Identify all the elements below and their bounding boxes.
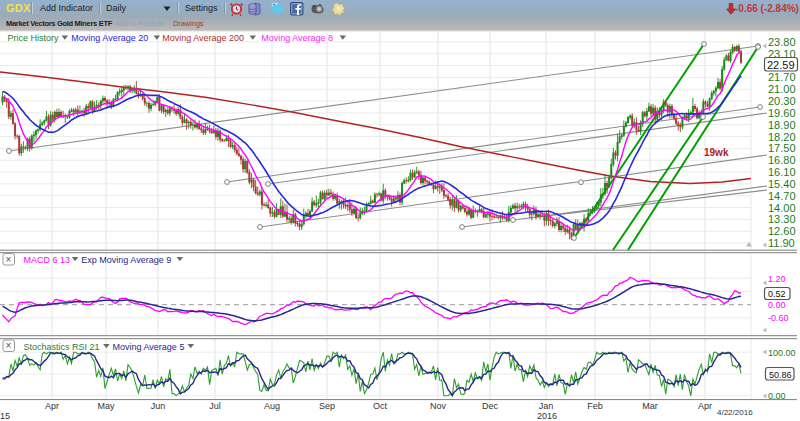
svg-text:0.00: 0.00 [768,391,786,401]
svg-text:×: × [6,254,12,265]
svg-text:Price History: Price History [8,33,60,43]
svg-text:Moving Average 200: Moving Average 200 [162,33,244,43]
svg-text:Apr: Apr [698,401,712,411]
svg-text:Dec: Dec [482,401,499,411]
svg-text:22.59: 22.59 [767,59,795,71]
svg-text:20.30: 20.30 [768,95,796,107]
svg-text:18.90: 18.90 [768,119,796,131]
svg-text:14.00: 14.00 [768,202,796,214]
svg-text:100.00: 100.00 [768,348,796,358]
svg-text:Exp Moving Average 9: Exp Moving Average 9 [81,255,171,265]
svg-text:Feb: Feb [587,401,603,411]
svg-text:Moving Average 5: Moving Average 5 [113,342,185,352]
svg-text:Oct: Oct [373,401,388,411]
svg-text:May: May [97,401,115,411]
svg-text:19wk: 19wk [704,147,729,158]
svg-text:21.00: 21.00 [768,83,796,95]
svg-text:Mar: Mar [642,401,658,411]
svg-text:11.90: 11.90 [768,237,795,249]
svg-text:50.86: 50.86 [769,370,792,380]
svg-text:Jun: Jun [151,401,166,411]
svg-text:19.60: 19.60 [768,107,796,119]
svg-text:-0.60: -0.60 [768,313,789,323]
svg-text:12.60: 12.60 [768,225,796,237]
svg-text:16.10: 16.10 [768,166,796,178]
svg-text:4/22/2016: 4/22/2016 [717,408,753,417]
svg-text:MACD 6 13: MACD 6 13 [23,255,70,265]
svg-text:23.80: 23.80 [768,36,796,48]
svg-text:2016: 2016 [537,411,557,421]
svg-text:17.50: 17.50 [768,142,796,154]
svg-text:21.70: 21.70 [768,71,796,83]
svg-text:16.80: 16.80 [768,154,796,166]
svg-text:×: × [6,340,12,351]
svg-text:Sep: Sep [319,401,335,411]
svg-text:0.52: 0.52 [768,289,786,299]
svg-text:Moving Average 20: Moving Average 20 [71,33,148,43]
svg-text:Nov: Nov [430,401,447,411]
svg-text:Jul: Jul [209,401,221,411]
svg-text:13.30: 13.30 [768,213,796,225]
svg-text:1.20: 1.20 [768,274,786,284]
svg-text:Moving Average 8: Moving Average 8 [261,33,333,43]
svg-text:0.00: 0.00 [768,300,786,310]
svg-text:14.70: 14.70 [768,190,796,202]
svg-text:15: 15 [0,411,10,421]
svg-text:18.20: 18.20 [768,131,796,143]
svg-text:15.40: 15.40 [768,178,796,190]
svg-text:Apr: Apr [45,401,59,411]
svg-text:Jan: Jan [539,401,554,411]
svg-text:Aug: Aug [264,401,280,411]
svg-text:Stochastics RSI 21: Stochastics RSI 21 [23,342,99,352]
